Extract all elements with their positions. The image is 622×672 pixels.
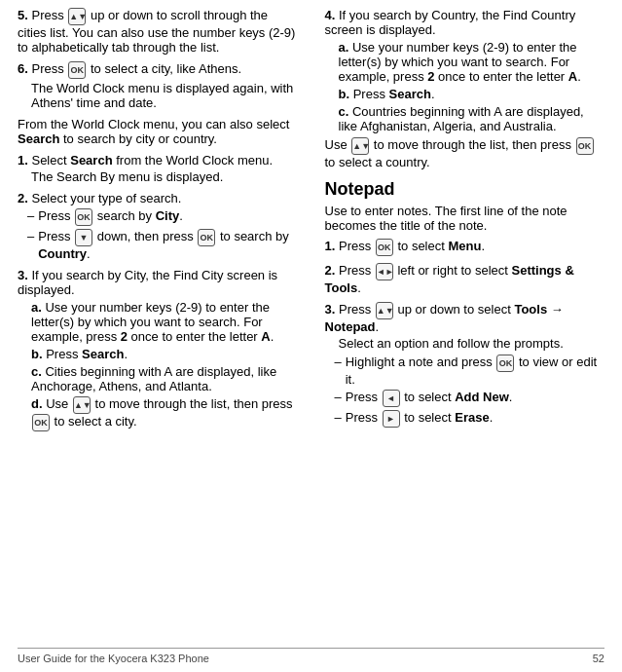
bullet-city-text: Press OK search by City. xyxy=(38,208,183,226)
footer-left: User Guide for the Kyocera K323 Phone xyxy=(18,653,209,664)
step6-num: 6. xyxy=(18,61,28,76)
step4c-letter: c. xyxy=(339,104,349,119)
step3-text: If you search by City, the Find City scr… xyxy=(18,268,277,297)
step-1: 1. Select Search from the World Clock me… xyxy=(18,153,298,184)
np-step3-note: Select an option and follow the prompts. xyxy=(339,336,605,351)
step3a-letter: a. xyxy=(31,300,42,315)
step6-text1: Press xyxy=(31,61,67,76)
step3-sub-c: c. Cities beginning with A are displayed… xyxy=(31,364,298,393)
np-step1-text3: . xyxy=(481,239,485,253)
ok-icon-7: OK xyxy=(496,355,514,372)
np-step2-text2: left or right to select xyxy=(397,263,511,278)
step3-sub-a: a. Use your number keys (2-9) to enter t… xyxy=(31,300,298,344)
ok-icon-6: OK xyxy=(376,239,393,256)
scroll-updown-icon-3: ▲▼ xyxy=(351,137,369,155)
np-step1-bold: Menu xyxy=(448,239,481,253)
nav-right-icon: ► xyxy=(383,410,400,428)
step3c-text: Cities beginning with A are displayed, l… xyxy=(31,364,276,393)
step4c-text: Countries beginning with A are displayed… xyxy=(339,104,584,133)
scroll-down-icon: ▼ xyxy=(75,229,92,246)
np-step2-text3: . xyxy=(357,280,361,295)
np-step1-num: 1. xyxy=(325,239,336,253)
np-bullet-view-text: Highlight a note and press OK to view or… xyxy=(346,355,604,387)
np-step1-text2: to select xyxy=(397,239,448,253)
step3-sub-d: d. Use ▲▼ to move through the list, then… xyxy=(31,396,298,431)
np-step3-text1: Press xyxy=(339,302,375,317)
scroll-updown-icon-4: ▲▼ xyxy=(376,302,393,319)
np-bullet-view-dash: – xyxy=(335,355,342,369)
step1-bold: Search xyxy=(70,153,112,168)
bullet-country-dash: – xyxy=(27,229,34,243)
right-column: 4. If you search by Country, the Find Co… xyxy=(321,8,605,642)
step2-num: 2. xyxy=(18,191,28,205)
step-6: 6. Press OK to select a city, like Athen… xyxy=(18,61,298,110)
intro-bold: Search xyxy=(18,131,59,146)
content-area: 5. Press ▲▼ up or down to scroll through… xyxy=(18,8,604,642)
nav-left-icon: ◄ xyxy=(383,390,400,407)
step-4: 4. If you search by Country, the Find Co… xyxy=(325,8,605,169)
np-bullet-erase-dash: – xyxy=(335,410,342,425)
ok-icon-4: OK xyxy=(32,414,50,431)
footer: User Guide for the Kyocera K323 Phone 52 xyxy=(18,648,604,664)
step1-text2: from the World Clock menu. xyxy=(113,153,273,168)
step3d-letter: d. xyxy=(31,396,43,411)
step4-num: 4. xyxy=(325,8,336,22)
np-step1-text1: Press xyxy=(339,239,375,253)
step3b-letter: b. xyxy=(31,347,43,361)
notepad-intro: Use to enter notes. The first line of th… xyxy=(325,204,605,233)
step-2: 2. Select your type of search. – Press O… xyxy=(18,191,298,261)
bullet-city: – Press OK search by City. xyxy=(27,208,298,226)
np-step3-text2: up or down to select xyxy=(397,302,514,317)
step4-sub-b: b. Press Search. xyxy=(339,87,605,101)
np-step2-text1: Press xyxy=(339,263,375,278)
step4a-text: Use your number keys (2-9) to enter the … xyxy=(339,40,581,84)
intro-text2: to search by city or country. xyxy=(59,131,217,146)
ok-icon: OK xyxy=(68,61,86,79)
step6-text2: to select a city, like Athens. xyxy=(91,61,241,76)
step4-use-line: Use ▲▼ to move through the list, then pr… xyxy=(325,137,605,169)
np-step3-num: 3. xyxy=(325,302,336,317)
np-step-1: 1. Press OK to select Menu. xyxy=(325,239,605,256)
footer-right: 52 xyxy=(593,653,604,664)
step4b-letter: b. xyxy=(339,87,350,101)
ok-icon-5: OK xyxy=(576,137,594,155)
np-step-3: 3. Press ▲▼ up or down to select Tools →… xyxy=(325,302,605,428)
scroll-updown-icon-2: ▲▼ xyxy=(73,396,91,414)
intro-para: From the World Clock menu, you can also … xyxy=(18,117,298,146)
np-bullet-view: – Highlight a note and press OK to view … xyxy=(335,355,605,387)
step5-text1: Press xyxy=(31,8,67,22)
ok-icon-2: OK xyxy=(75,208,92,226)
step5-num: 5. xyxy=(18,8,28,22)
step1-text1: Select xyxy=(31,153,70,168)
step1-note: The Search By menu is displayed. xyxy=(31,169,298,184)
step4a-letter: a. xyxy=(339,40,349,55)
step3b-text: Press Search. xyxy=(46,347,128,361)
intro-text1: From the World Clock menu, you can also … xyxy=(18,117,289,131)
bullet-country-text: Press ▼ down, then press OK to search by… xyxy=(38,229,297,261)
step1-num: 1. xyxy=(18,153,28,168)
step4-sub-a: a. Use your number keys (2-9) to enter t… xyxy=(339,40,605,84)
step4-text: If you search by Country, the Find Count… xyxy=(325,8,576,37)
step4-sub-c: c. Countries beginning with A are displa… xyxy=(339,104,605,133)
step3c-letter: c. xyxy=(31,364,42,379)
notepad-heading: Notepad xyxy=(325,179,605,200)
scroll-leftright-icon: ◄► xyxy=(376,263,393,280)
bullet-country: – Press ▼ down, then press OK to search … xyxy=(27,229,298,261)
np-bullet-addnew-dash: – xyxy=(335,390,342,404)
bullet-city-dash: – xyxy=(27,208,34,223)
step4b-text: Press Search. xyxy=(353,87,435,101)
scroll-updown-icon: ▲▼ xyxy=(68,8,86,25)
step3-num: 3. xyxy=(18,268,28,282)
np-bullet-addnew-text: Press ◄ to select Add New. xyxy=(346,390,513,407)
step-5: 5. Press ▲▼ up or down to scroll through… xyxy=(18,8,298,55)
np-step-2: 2. Press ◄► left or right to select Sett… xyxy=(325,263,605,295)
step3a-text: Use your number keys (2-9) to enter the … xyxy=(31,300,274,344)
left-column: 5. Press ▲▼ up or down to scroll through… xyxy=(18,8,302,642)
step6-note: The World Clock menu is displayed again,… xyxy=(31,81,298,110)
step-3: 3. If you search by City, the Find City … xyxy=(18,268,298,431)
step3d-text: Use ▲▼ to move through the list, then pr… xyxy=(31,396,293,429)
np-step3-text3: . xyxy=(376,319,380,334)
step3-sub-b: b. Press Search. xyxy=(31,347,298,361)
np-bullet-erase-text: Press ► to select Erase. xyxy=(346,410,494,428)
np-step2-num: 2. xyxy=(325,263,336,278)
